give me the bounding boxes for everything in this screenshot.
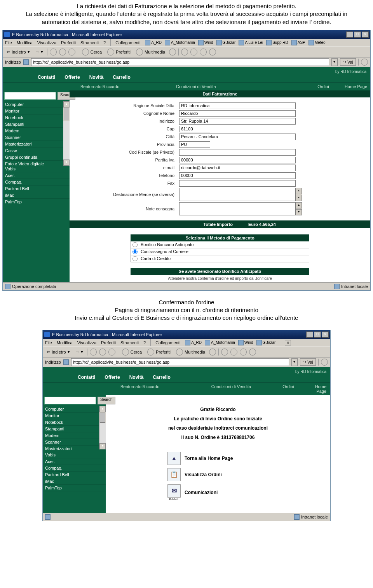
scroll-up-icon[interactable]: ▴ — [296, 202, 302, 208]
forward-button[interactable]: → ▾ — [74, 349, 85, 355]
refresh-icon[interactable] — [59, 49, 66, 56]
link-condizioni[interactable]: Condizioni di Vendita — [176, 84, 265, 89]
scroll-down-icon[interactable]: ▾ — [99, 443, 106, 449]
link-a-rd[interactable]: A_RD — [185, 340, 202, 345]
sidebar-item-scanner[interactable]: Scanner — [3, 134, 70, 141]
payment-option-contrassegno[interactable]: Contrassegno al Corriere — [131, 248, 309, 255]
history-icon[interactable] — [209, 349, 216, 356]
tab-offerte[interactable]: Offerte — [64, 75, 80, 80]
brand-imac[interactable]: iMac — [3, 192, 70, 199]
menu-modifica[interactable]: Modifica — [17, 40, 33, 45]
input-telefono[interactable] — [179, 172, 296, 179]
favorites-button[interactable]: Preferiti — [146, 348, 172, 356]
maximize-button[interactable]: □ — [314, 331, 321, 338]
link-gbazar[interactable]: GBazar — [216, 40, 236, 45]
payment-option-carta[interactable]: Carta di Credito — [131, 255, 309, 262]
link-ordini[interactable]: Ordini — [282, 384, 315, 394]
brand-vobis[interactable]: Vobis — [43, 452, 106, 458]
edit-icon[interactable] — [200, 49, 207, 56]
home-icon[interactable] — [108, 349, 115, 356]
brand-palmtop[interactable]: PalmTop — [3, 199, 70, 205]
link-wind[interactable]: Wind — [198, 40, 213, 45]
brand-imac[interactable]: iMac — [43, 478, 106, 485]
brand-acer[interactable]: Acer. — [43, 458, 106, 465]
link-wind[interactable]: Wind — [238, 340, 253, 345]
more-links-icon[interactable]: » — [285, 340, 291, 345]
favorites-button[interactable]: Preferiti — [106, 48, 132, 56]
menu-strumenti[interactable]: Strumenti — [80, 40, 99, 45]
sidebar-item-gruppi[interactable]: Gruppi continuità — [3, 154, 70, 161]
multimedia-button[interactable]: Multimedia — [134, 48, 167, 56]
input-cf[interactable] — [179, 149, 296, 156]
close-button[interactable]: × — [362, 31, 369, 38]
payment-option-bonifico[interactable]: Bonifico Bancario Anticipato — [131, 241, 309, 248]
mail-icon[interactable] — [181, 49, 188, 56]
scroll-track[interactable] — [99, 423, 106, 443]
link-motomania[interactable]: A_Motomania — [205, 340, 235, 345]
discuss-icon[interactable] — [209, 49, 216, 56]
link-ordini[interactable]: Ordini — [265, 84, 329, 89]
scroll-up-icon[interactable]: ▴ — [99, 406, 106, 412]
category-scrollbar[interactable]: ▴ ▾ — [63, 101, 70, 163]
sidebar-item-monitor[interactable]: Monitor — [3, 108, 70, 114]
menu-strumenti[interactable]: Strumenti — [120, 340, 139, 345]
link-home[interactable]: Home Page — [315, 384, 330, 394]
link-gbazar[interactable]: GBazar — [256, 340, 276, 345]
brand-packard[interactable]: Packard Bell — [3, 186, 70, 192]
menu-help[interactable]: ? — [103, 40, 106, 45]
edit-icon[interactable] — [240, 349, 247, 356]
brand-compaq[interactable]: Compaq. — [3, 179, 70, 186]
stop-icon[interactable] — [50, 49, 57, 56]
radio-bonifico[interactable] — [132, 242, 138, 247]
input-ragione[interactable] — [179, 102, 296, 109]
back-button[interactable]: ⇦ Indietro ▾ — [45, 349, 71, 355]
input-cap[interactable] — [179, 126, 210, 132]
address-input[interactable] — [31, 58, 329, 66]
input-indirizzo[interactable] — [179, 118, 296, 125]
category-scrollbar[interactable]: ▴ ▾ — [99, 406, 106, 449]
link-asp[interactable]: ASP — [291, 40, 305, 45]
tab-contatti[interactable]: Contatti — [38, 75, 55, 80]
menu-visualizza[interactable]: Visualizza — [37, 40, 56, 45]
sidebar-item-stampanti[interactable]: Stampanti — [43, 426, 106, 432]
go-button[interactable]: ↪ Vai — [300, 358, 316, 366]
brand-acer[interactable]: Acer. — [3, 172, 70, 179]
menu-preferiti[interactable]: Preferiti — [61, 40, 76, 45]
sidebar-item-modem[interactable]: Modem — [43, 432, 106, 439]
sidebar-item-stampanti[interactable]: Stampanti — [3, 121, 70, 128]
forward-button[interactable]: → ▾ — [34, 49, 45, 55]
input-email[interactable] — [179, 165, 296, 171]
brand-packard[interactable]: Packard Bell — [43, 472, 106, 478]
input-piva[interactable] — [179, 157, 296, 163]
sidebar-item-masterizzatori[interactable]: Masterizzatori — [3, 141, 70, 147]
minimize-button[interactable]: _ — [306, 331, 313, 338]
sidebar-item-foto[interactable]: Foto e Video digitale — [3, 161, 70, 167]
tab-offerte[interactable]: Offerte — [105, 375, 120, 380]
link-motomania[interactable]: A_Motomania — [165, 40, 195, 45]
scroll-thumb[interactable] — [64, 108, 69, 120]
brand-palmtop[interactable]: PalmTop — [43, 485, 106, 491]
tab-carrello[interactable]: Carrello — [113, 75, 130, 80]
print-icon[interactable] — [190, 49, 197, 56]
scroll-thumb[interactable] — [100, 413, 105, 423]
link-home[interactable]: Home Page — [329, 84, 370, 89]
radio-carta[interactable] — [132, 256, 138, 261]
brand-compaq[interactable]: Compaq. — [43, 465, 106, 472]
scroll-down-icon[interactable]: ▾ — [296, 195, 302, 201]
tab-novita[interactable]: Novità — [129, 375, 144, 380]
action-home[interactable]: ▲ Torna alla Home Page — [167, 452, 268, 465]
address-dropdown[interactable]: ▾ — [331, 58, 338, 66]
action-orders[interactable]: 📋 Visualizza Ordini — [167, 468, 268, 481]
input-cognome[interactable] — [179, 110, 296, 117]
action-communications[interactable]: ✉ E-Mail Comunicazioni — [167, 484, 268, 501]
menu-help[interactable]: ? — [143, 340, 146, 345]
print-icon[interactable] — [230, 349, 237, 356]
tab-contatti[interactable]: Contatti — [78, 375, 95, 380]
mail-icon[interactable] — [221, 349, 228, 356]
close-button[interactable]: × — [322, 331, 329, 338]
sidebar-item-notebook[interactable]: Notebock — [43, 419, 106, 426]
sidebar-item-notebook[interactable]: Notebook — [3, 114, 70, 121]
discuss-icon[interactable] — [249, 349, 256, 356]
textarea-scrollbar[interactable]: ▴▾ — [296, 202, 302, 215]
refresh-icon[interactable] — [99, 349, 106, 356]
